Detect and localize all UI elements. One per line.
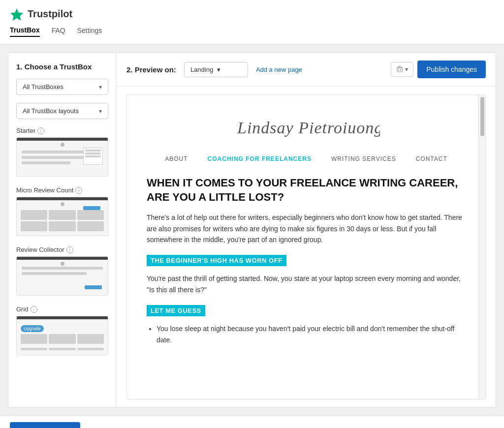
content-area: 2. Preview on: Landing ▾ Add a new page … [117,53,496,407]
bullet-list: You lose sleep at night because you have… [157,323,466,345]
trustbox-item-grid[interactable]: Grid i Upgrade [16,306,108,355]
info-icon: i [66,246,73,253]
chevron-down-icon: ▾ [99,108,102,115]
trustbox-filter-label: All TrustBoxes [23,83,63,91]
main-nav: TrustBox FAQ Settings [10,26,494,37]
main-container: 1. Choose a TrustBox All TrustBoxes ▾ Al… [8,52,496,408]
article-body: There's a lot of help out there for writ… [147,212,466,245]
trustbox-list: Starter i [16,127,108,397]
bottom-bar: Publish changes [0,416,504,428]
nav-item-trustbox[interactable]: TrustBox [10,26,40,37]
bullet-item-1: You lose sleep at night because you have… [157,323,466,345]
trustbox-preview-micro [16,197,108,236]
website-content: Lindsay Pietroiuongo ABOUT COACHING FOR … [127,95,485,368]
page-select-value: Landing [190,66,213,73]
site-nav-contact[interactable]: CONTACT [416,155,447,162]
preview-card [83,148,103,165]
svg-rect-1 [397,67,402,72]
sidebar-title: 1. Choose a TrustBox [16,62,108,71]
site-nav-writing[interactable]: WRITING SERVICES [331,155,396,162]
layout-filter-dropdown[interactable]: All TrustBox layouts ▾ [16,103,108,119]
preview-on-label: 2. Preview on: [126,65,176,74]
preview-accent [83,206,100,210]
preview-btn [85,285,102,289]
publish-changes-button[interactable]: Publish changes [417,61,486,78]
trustbox-item-collector[interactable]: Review Collector i [16,246,108,296]
trash-dropdown-arrow: ▾ [405,66,408,73]
scroll-thumb [480,97,484,136]
site-nav-about[interactable]: ABOUT [165,155,188,162]
trustbox-preview-collector [16,256,108,296]
site-logo-svg: Lindsay Pietroiuongo [232,110,380,139]
scrollbar[interactable] [478,95,485,399]
logo-text: Trustpilot [28,8,72,20]
upgrade-badge: Upgrade [21,325,44,332]
trustbox-filter-dropdown[interactable]: All TrustBoxes ▾ [16,79,108,95]
preview-wrapper: Lindsay Pietroiuongo ABOUT COACHING FOR … [117,87,496,407]
chevron-down-icon: ▾ [217,66,220,73]
site-logo: Lindsay Pietroiuongo [147,110,466,144]
page-select-dropdown[interactable]: Landing ▾ [184,62,248,77]
svg-marker-0 [10,8,23,21]
site-nav-coaching[interactable]: COACHING FOR FREELANCERS [208,155,312,162]
layout-filter-label: All TrustBox layouts [23,107,79,115]
trustbox-preview-grid: Upgrade [16,316,108,355]
logo-row: Trustpilot [10,7,494,21]
chevron-down-icon: ▾ [99,84,102,91]
trustbox-item-micro[interactable]: Micro Review Count i [16,186,108,236]
highlight-box-1: THE BEGINNER'S HIGH HAS WORN OFF [147,255,286,266]
preview-dot [61,262,64,266]
preview-frame: Lindsay Pietroiuongo ABOUT COACHING FOR … [126,94,486,399]
trustbox-label-micro: Micro Review Count i [16,186,108,194]
nav-item-faq[interactable]: FAQ [52,27,65,36]
info-icon: i [37,127,44,134]
section-body-1: You're past the thrill of getting starte… [147,273,466,295]
sidebar: 1. Choose a TrustBox All TrustBoxes ▾ Al… [8,53,117,407]
trustbox-preview-starter [16,137,108,177]
trustbox-label-grid: Grid i [16,306,108,313]
preview-rows [17,348,108,350]
header-right: ▾ Publish changes [391,61,486,78]
trash-button[interactable]: ▾ [391,62,413,77]
bottom-publish-button[interactable]: Publish changes [10,422,80,428]
trash-icon [396,66,403,73]
preview-dot [61,202,64,206]
preview-grid [17,319,108,348]
trustbox-item-starter[interactable]: Starter i [16,127,108,177]
top-bar: Trustpilot TrustBox FAQ Settings [0,0,504,44]
trustbox-label-starter: Starter i [16,127,108,134]
trustbox-label-collector: Review Collector i [16,246,108,253]
svg-text:Lindsay Pietroiuongo: Lindsay Pietroiuongo [237,119,380,137]
add-new-page-link[interactable]: Add a new page [256,66,302,73]
preview-dot [61,143,64,147]
highlight-box-2: LET ME GUESS [147,305,205,316]
info-icon: i [75,187,82,194]
article-title: WHEN IT COMES TO YOUR FREELANCE WRITING … [147,176,466,204]
trustpilot-logo-icon [10,7,24,21]
content-header: 2. Preview on: Landing ▾ Add a new page … [117,53,496,87]
site-nav: ABOUT COACHING FOR FREELANCERS WRITING S… [147,155,466,162]
nav-item-settings[interactable]: Settings [77,27,102,36]
info-icon: i [31,306,37,313]
